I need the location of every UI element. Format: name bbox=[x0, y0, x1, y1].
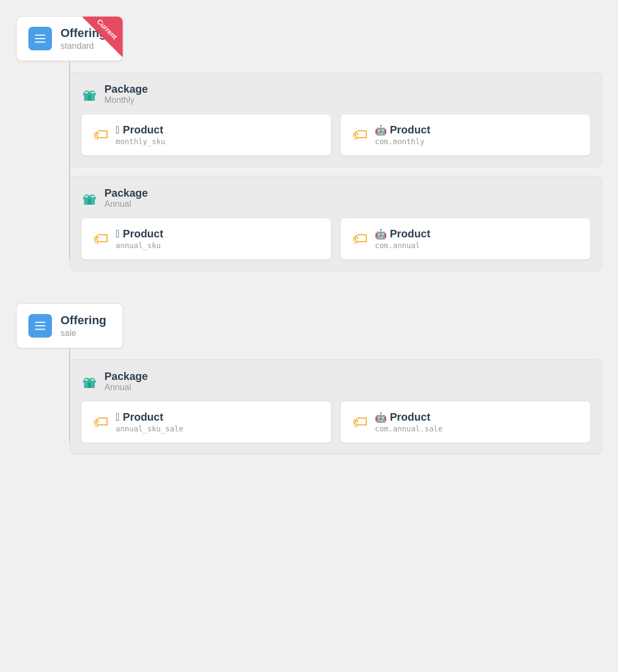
product-label: Product bbox=[390, 411, 431, 423]
product-platform: 🤖 Product bbox=[375, 228, 431, 240]
offering-label: Offering bbox=[61, 313, 107, 327]
package-sublabel: Monthly bbox=[104, 95, 148, 105]
offering-section-standard: Offering standard Current bbox=[16, 16, 602, 282]
package-sublabel: Annual bbox=[104, 199, 148, 209]
offering-card-standard[interactable]: Offering standard Current bbox=[16, 16, 123, 61]
offering-card-sale[interactable]: Offering sale bbox=[16, 303, 123, 348]
packages-tree-standard: Package Monthly 🏷  Product bbox=[16, 61, 602, 282]
offering-text-sale: Offering sale bbox=[61, 313, 107, 338]
product-info-annual-android: 🤖 Product com.annual bbox=[375, 228, 431, 250]
v-line-col bbox=[16, 61, 70, 282]
tag-icon: 🏷 bbox=[93, 126, 108, 144]
product-card-annual-android[interactable]: 🏷 🤖 Product com.annual bbox=[340, 218, 591, 260]
product-platform: 🤖 Product bbox=[375, 124, 431, 136]
list-icon bbox=[28, 27, 52, 50]
product-card-annual-sale-ios[interactable]: 🏷  Product annual_sku_sale bbox=[81, 401, 331, 443]
package-text-annual-sale: Package Annual bbox=[104, 370, 148, 392]
package-row-annual: Package Annual 🏷  Product bbox=[70, 176, 602, 271]
packages-list-sale: Package Annual 🏷  Product bbox=[70, 348, 602, 465]
products-row-annual-sale: 🏷  Product annual_sku_sale 🏷 bbox=[81, 401, 591, 443]
svg-rect-19 bbox=[35, 328, 46, 330]
gift-icon bbox=[81, 190, 98, 207]
tag-icon: 🏷 bbox=[93, 230, 108, 248]
product-label: Product bbox=[390, 124, 431, 136]
products-row-annual: 🏷  Product annual_sku 🏷 bbox=[81, 218, 591, 260]
package-box-monthly[interactable]: Package Monthly 🏷  Product bbox=[70, 72, 602, 167]
svg-rect-17 bbox=[35, 322, 46, 323]
product-info-monthly-android: 🤖 Product com.monthly bbox=[375, 124, 431, 146]
v-line-sale bbox=[69, 348, 70, 442]
current-badge: Current bbox=[81, 16, 123, 58]
package-box-annual[interactable]: Package Annual 🏷  Product bbox=[70, 176, 602, 271]
v-line-col-sale bbox=[16, 348, 70, 465]
product-card-monthly-android[interactable]: 🏷 🤖 Product com.monthly bbox=[340, 114, 591, 156]
package-label: Package bbox=[104, 187, 148, 199]
product-info-annual-sale-ios:  Product annual_sku_sale bbox=[116, 411, 183, 433]
product-label: Product bbox=[123, 228, 163, 240]
apple-icon:  bbox=[116, 228, 119, 240]
product-label: Product bbox=[123, 411, 163, 423]
product-platform:  Product bbox=[116, 124, 165, 136]
packages-tree-sale: Package Annual 🏷  Product bbox=[16, 348, 602, 465]
package-sublabel: Annual bbox=[104, 383, 148, 392]
package-row-annual-sale: Package Annual 🏷  Product bbox=[70, 359, 602, 454]
product-card-annual-ios[interactable]: 🏷  Product annual_sku bbox=[81, 218, 331, 260]
gift-icon bbox=[81, 86, 98, 103]
android-icon: 🤖 bbox=[375, 228, 387, 240]
product-sku: com.annual.sale bbox=[375, 424, 442, 433]
svg-rect-2 bbox=[35, 41, 46, 42]
android-icon: 🤖 bbox=[375, 412, 387, 423]
product-sku: com.annual bbox=[375, 241, 431, 250]
svg-rect-1 bbox=[35, 38, 46, 39]
packages-list: Package Monthly 🏷  Product bbox=[70, 61, 602, 282]
product-platform: 🤖 Product bbox=[375, 411, 442, 423]
product-sku: monthly_sku bbox=[116, 137, 165, 146]
package-label: Package bbox=[104, 370, 148, 383]
product-sku: annual_sku bbox=[116, 241, 163, 250]
apple-icon:  bbox=[116, 124, 119, 136]
offering-section-sale: Offering sale bbox=[16, 303, 602, 465]
product-sku: annual_sku_sale bbox=[116, 424, 183, 433]
product-sku: com.monthly bbox=[375, 137, 431, 146]
product-card-monthly-ios[interactable]: 🏷  Product monthly_sku bbox=[81, 114, 331, 156]
svg-rect-0 bbox=[35, 34, 46, 35]
product-info-annual-ios:  Product annual_sku bbox=[116, 228, 163, 250]
product-label: Product bbox=[123, 124, 163, 136]
product-label: Product bbox=[390, 228, 431, 240]
package-header-monthly: Package Monthly bbox=[81, 83, 591, 105]
product-info-annual-sale-android: 🤖 Product com.annual.sale bbox=[375, 411, 442, 433]
package-text-monthly: Package Monthly bbox=[104, 83, 148, 105]
apple-icon:  bbox=[116, 411, 119, 423]
product-info-monthly-ios:  Product monthly_sku bbox=[116, 124, 165, 146]
android-icon: 🤖 bbox=[375, 124, 387, 136]
gift-icon bbox=[81, 373, 98, 390]
package-text-annual: Package Annual bbox=[104, 187, 148, 209]
package-header-annual: Package Annual bbox=[81, 187, 591, 209]
package-box-annual-sale[interactable]: Package Annual 🏷  Product bbox=[70, 359, 602, 454]
product-platform:  Product bbox=[116, 411, 183, 423]
product-card-annual-sale-android[interactable]: 🏷 🤖 Product com.annual.sale bbox=[340, 401, 591, 443]
svg-rect-18 bbox=[35, 325, 46, 326]
package-label: Package bbox=[104, 83, 148, 95]
v-line bbox=[69, 61, 70, 258]
current-badge-text: Current bbox=[91, 16, 123, 46]
tag-icon: 🏷 bbox=[352, 413, 367, 431]
package-header-annual-sale: Package Annual bbox=[81, 370, 591, 392]
offering-sublabel: sale bbox=[61, 328, 107, 338]
tag-icon: 🏷 bbox=[93, 413, 108, 431]
products-row-monthly: 🏷  Product monthly_sku 🏷 bbox=[81, 114, 591, 156]
list-icon bbox=[28, 314, 52, 338]
tag-icon: 🏷 bbox=[352, 126, 367, 144]
product-platform:  Product bbox=[116, 228, 163, 240]
tag-icon: 🏷 bbox=[352, 230, 367, 248]
package-row-monthly: Package Monthly 🏷  Product bbox=[70, 72, 602, 167]
